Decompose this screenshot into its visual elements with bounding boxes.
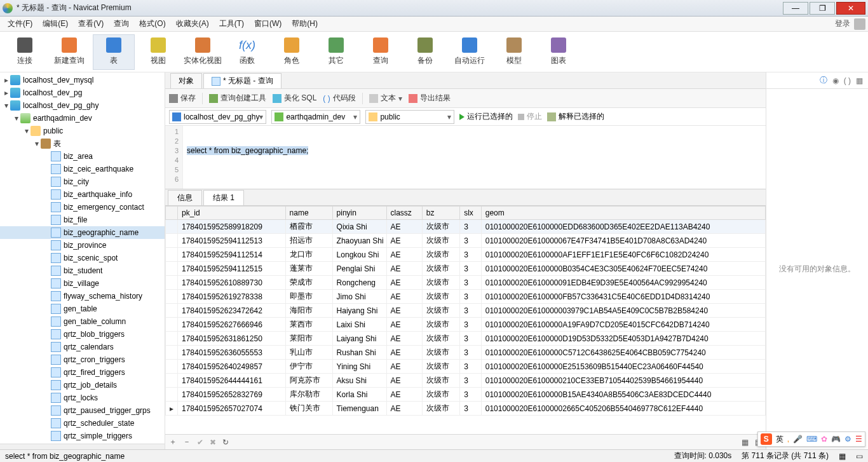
sql-editor[interactable]: 123456 select * from biz_geographic_name… xyxy=(165,126,766,189)
builder-button[interactable]: 查询创建工具 xyxy=(209,93,266,104)
table-row[interactable]: 1784015952619278338即墨市Jimo ShiAE次级市30101… xyxy=(166,290,766,304)
menu-item[interactable]: 编辑(E) xyxy=(37,17,73,31)
login-link[interactable]: 登录 xyxy=(835,18,850,29)
table-row[interactable]: 1784015952594112514龙口市Longkou ShiAE次级市30… xyxy=(166,248,766,262)
schema-combo[interactable]: public▾ xyxy=(365,110,454,124)
export-button[interactable]: 导出结果 xyxy=(409,93,451,104)
info-icon[interactable]: ⓘ xyxy=(820,75,827,86)
run-button[interactable]: 运行已选择的 xyxy=(459,111,513,122)
add-row-button[interactable]: ＋ xyxy=(169,437,177,447)
delete-row-button[interactable]: － xyxy=(183,437,191,447)
toolbar-query[interactable]: 查询 xyxy=(360,34,402,70)
toolbar-role[interactable]: 角色 xyxy=(271,34,313,70)
object-tree[interactable]: ▸localhost_dev_mysql▸localhost_dev_pg▾lo… xyxy=(0,72,165,449)
table-row[interactable]: 1784015952652832769库尔勒市Korla ShiAE次级市301… xyxy=(166,388,766,402)
tree-item[interactable]: qrtz_fired_triggers xyxy=(0,366,165,379)
tree-item[interactable]: ▾earthqadmin_dev xyxy=(0,112,165,125)
database-combo[interactable]: earthqadmin_dev▾ xyxy=(271,110,360,124)
tree-item[interactable]: biz_file xyxy=(0,214,165,226)
ime-tool-icon[interactable]: ⚙ xyxy=(844,435,851,444)
menu-item[interactable]: 窗口(W) xyxy=(249,17,287,31)
column-header[interactable]: geom xyxy=(481,207,765,220)
text-button[interactable]: 文本▾ xyxy=(369,93,402,104)
tab-info[interactable]: 信息 xyxy=(168,190,202,205)
result-grid[interactable]: pk_idnamepinyinclasszbzslxgeom1784015952… xyxy=(165,206,766,434)
minimize-button[interactable]: — xyxy=(783,2,808,15)
tree-item[interactable]: qrtz_scheduler_state xyxy=(0,417,165,430)
tab-query[interactable]: * 无标题 - 查询 xyxy=(203,73,281,88)
column-header[interactable]: bz xyxy=(422,207,459,220)
table-row[interactable]: 1784015952594112513招远市Zhaoyuan ShiAE次级市3… xyxy=(166,234,766,248)
ime-keyboard-icon[interactable]: ⌨ xyxy=(806,435,817,444)
column-header[interactable]: pinyin xyxy=(332,207,386,220)
menu-item[interactable]: 收藏夹(A) xyxy=(171,17,214,31)
table-row[interactable]: 1784015952589918209栖霞市Qixia ShiAE次级市3010… xyxy=(166,220,766,234)
tree-item[interactable]: ▾public xyxy=(0,125,165,137)
tree-item[interactable]: qrtz_calendars xyxy=(0,341,165,353)
tree-item[interactable]: ▸localhost_dev_pg xyxy=(0,86,165,99)
menu-item[interactable]: 帮助(H) xyxy=(287,17,323,31)
toolbar-mview[interactable]: 实体化视图 xyxy=(182,34,224,70)
table-row[interactable]: 1784015952623472642海阳市Haiyang ShiAE次级市30… xyxy=(166,304,766,318)
menu-item[interactable]: 工具(T) xyxy=(214,17,249,31)
tree-item[interactable]: biz_student xyxy=(0,264,165,277)
snippet-button[interactable]: ( )代码段 xyxy=(323,93,355,104)
ime-game-icon[interactable]: 🎮 xyxy=(831,435,841,444)
toolbar-model[interactable]: 模型 xyxy=(493,34,535,70)
tree-item[interactable]: biz_emergency_contact xyxy=(0,201,165,214)
column-header[interactable]: name xyxy=(285,207,332,220)
menu-item[interactable]: 查看(V) xyxy=(73,17,109,31)
toolbar-fx[interactable]: f(x)函数 xyxy=(226,34,268,70)
column-header[interactable]: classz xyxy=(386,207,422,220)
connection-combo[interactable]: localhost_dev_pg_ghy▾ xyxy=(169,110,266,124)
menu-item[interactable]: 查询 xyxy=(109,17,134,31)
toolbar-auto[interactable]: 自动运行 xyxy=(449,34,491,70)
toolbar-table[interactable]: 表 xyxy=(93,34,135,70)
table-row[interactable]: 1784015952631861250莱阳市Laiyang ShiAE次级市30… xyxy=(166,332,766,346)
ime-menu-icon[interactable]: ☰ xyxy=(855,435,862,444)
tab-result-1[interactable]: 结果 1 xyxy=(203,190,244,205)
table-row[interactable]: 1784015952640249857伊宁市Yining ShiAE次级市301… xyxy=(166,360,766,374)
tab-objects[interactable]: 对象 xyxy=(170,73,202,88)
tree-item[interactable]: qrtz_simple_triggers xyxy=(0,430,165,442)
commit-button[interactable]: ✔ xyxy=(197,438,203,447)
preview-icon[interactable]: ◉ xyxy=(832,76,839,85)
tree-item[interactable]: qrtz_job_details xyxy=(0,379,165,391)
tree-item[interactable]: ▸localhost_dev_mysql xyxy=(0,74,165,86)
tree-item[interactable]: qrtz_blob_triggers xyxy=(0,328,165,341)
tree-item[interactable]: biz_village xyxy=(0,277,165,290)
close-button[interactable]: ✕ xyxy=(836,2,865,15)
toolbar-plug[interactable]: 连接 xyxy=(4,34,46,70)
tree-item[interactable]: biz_ceic_earthquake xyxy=(0,163,165,175)
toolbar-other[interactable]: 其它 xyxy=(315,34,357,70)
tree-item[interactable]: biz_province xyxy=(0,239,165,252)
grid-view-icon[interactable]: ▦ xyxy=(742,438,749,447)
toolbar-backup[interactable]: 备份 xyxy=(404,34,446,70)
toolbar-new-query[interactable]: 新建查询 xyxy=(48,34,90,70)
tree-item[interactable]: biz_scenic_spot xyxy=(0,252,165,264)
ime-bar[interactable]: S 英 , 🎤 ⌨ ✿ 🎮 ⚙ ☰ xyxy=(757,431,865,447)
table-row[interactable]: 1784015952644444161阿克苏市Aksu ShiAE次级市3010… xyxy=(166,374,766,388)
table-row[interactable]: 1784015952627666946莱西市Laixi ShiAE次级市3010… xyxy=(166,318,766,332)
brackets-icon[interactable]: ( ) xyxy=(844,76,851,85)
tree-item[interactable]: biz_geographic_name xyxy=(0,226,165,239)
tree-item[interactable]: biz_city xyxy=(0,175,165,188)
table-row[interactable]: 1784015952594112515蓬莱市Penglai ShiAE次级市30… xyxy=(166,262,766,276)
toolbar-view[interactable]: 视图 xyxy=(137,34,179,70)
save-button[interactable]: 保存 xyxy=(169,93,196,104)
tree-item[interactable]: qrtz_locks xyxy=(0,391,165,404)
column-header[interactable]: pk_id xyxy=(178,207,286,220)
grid-icon[interactable]: ▦ xyxy=(856,76,863,85)
table-row[interactable]: 1784015952610889730荣成市RongchengAE次级市3010… xyxy=(166,276,766,290)
sidebar-hscroll[interactable] xyxy=(0,444,165,449)
tree-item[interactable]: ▾localhost_dev_pg_ghy xyxy=(0,99,165,112)
tree-item[interactable]: qrtz_cron_triggers xyxy=(0,353,165,366)
tree-item[interactable]: flyway_schema_history xyxy=(0,290,165,302)
beautify-button[interactable]: 美化 SQL xyxy=(273,93,316,104)
ime-mic-icon[interactable]: 🎤 xyxy=(793,435,803,444)
cancel-edit-button[interactable]: ✖ xyxy=(210,438,216,447)
avatar-icon[interactable] xyxy=(854,18,865,30)
tree-item[interactable]: biz_area xyxy=(0,150,165,163)
tree-item[interactable]: gen_table_column xyxy=(0,315,165,328)
ime-skin-icon[interactable]: ✿ xyxy=(821,435,827,444)
